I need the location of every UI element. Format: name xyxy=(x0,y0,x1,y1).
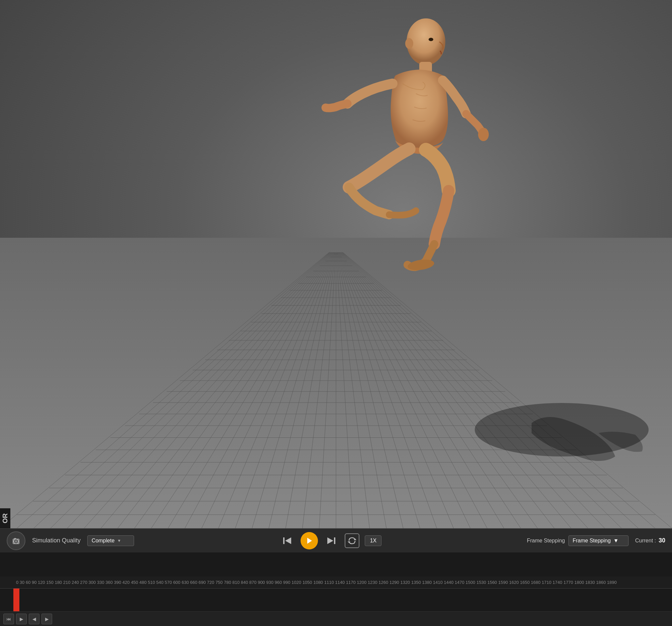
3d-character xyxy=(295,10,523,301)
frame-stepping-label: Frame Stepping xyxy=(527,538,565,544)
frame-stepping-container: Frame Stepping Frame Stepping ▼ xyxy=(527,535,628,546)
timeline-ruler-numbers: 0 30 60 90 120 150 180 210 240 270 300 3… xyxy=(0,580,617,585)
svg-point-5 xyxy=(405,38,413,49)
svg-point-8 xyxy=(15,540,17,543)
current-frame-value: 30 xyxy=(658,537,665,544)
timeline-playhead xyxy=(16,588,17,611)
timeline-prev-prev-button[interactable]: ⏮ xyxy=(3,613,14,624)
frame-stepping-value: Frame Stepping xyxy=(573,538,611,544)
svg-rect-13 xyxy=(334,537,335,544)
simulation-quality-dropdown[interactable]: Complete ▼ xyxy=(87,535,134,546)
svg-marker-14 xyxy=(327,537,333,544)
timeline-next-button[interactable]: ▶ xyxy=(42,613,52,624)
dropdown-arrow: ▼ xyxy=(117,538,121,543)
timeline-prev-button[interactable]: ◀ xyxy=(29,613,40,624)
character-shadow xyxy=(472,393,652,466)
frame-stepping-arrow: ▼ xyxy=(614,538,619,544)
camera-button[interactable] xyxy=(7,531,25,550)
current-frame-container: Current : 30 xyxy=(635,537,665,544)
frame-stepping-dropdown[interactable]: Frame Stepping ▼ xyxy=(568,535,628,546)
play-pause-button[interactable] xyxy=(301,532,318,549)
svg-point-6 xyxy=(429,38,433,41)
svg-marker-12 xyxy=(307,538,312,544)
timeline-ruler[interactable]: 0 30 60 90 120 150 180 210 240 270 300 3… xyxy=(0,577,672,588)
toolbar: Simulation Quality Complete ▼ xyxy=(0,528,672,552)
timeline-play-button[interactable]: ▶ xyxy=(16,613,27,624)
skip-forward-button[interactable] xyxy=(323,533,339,549)
svg-marker-11 xyxy=(285,537,291,544)
3d-viewport[interactable] xyxy=(0,0,672,528)
svg-rect-10 xyxy=(283,537,285,544)
skip-back-button[interactable] xyxy=(279,533,295,549)
playback-controls: 1X xyxy=(279,532,382,549)
viewport-label: OR xyxy=(0,508,10,528)
loop-button[interactable] xyxy=(345,533,359,548)
simulation-quality-value: Complete xyxy=(92,538,114,544)
simulation-quality-label: Simulation Quality xyxy=(32,537,80,544)
current-label: Current : xyxy=(635,538,656,544)
timeline-tracks[interactable] xyxy=(0,588,672,611)
svg-point-3 xyxy=(478,128,489,141)
timeline-bottom-controls: ⏮ ▶ ◀ ▶ xyxy=(0,611,672,626)
speed-button[interactable]: 1X xyxy=(365,535,382,546)
timeline[interactable]: 0 30 60 90 120 150 180 210 240 270 300 3… xyxy=(0,577,672,626)
